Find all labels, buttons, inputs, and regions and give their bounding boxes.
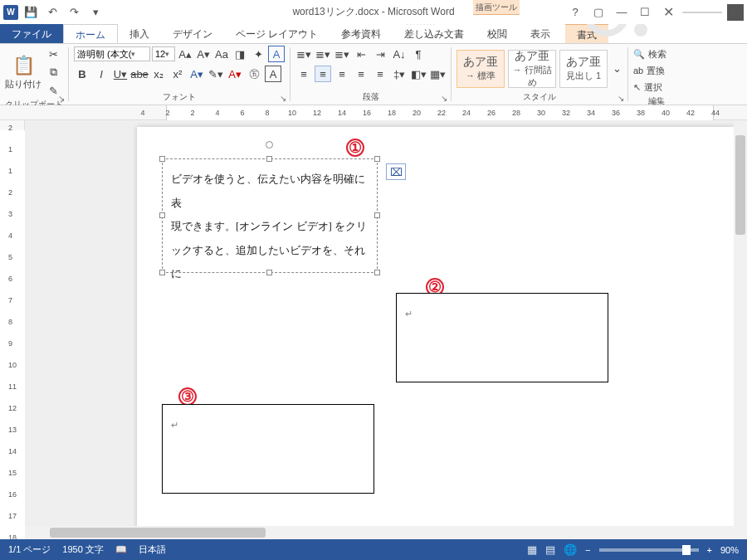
- scrollbar-horizontal[interactable]: [25, 526, 734, 539]
- page[interactable]: ① ⌧ ビデオを使うと、伝えたい内容を明確に表 現できます。[オンライン ビデオ…: [137, 127, 735, 539]
- handle-rotate[interactable]: [266, 141, 273, 149]
- show-marks-button[interactable]: ¶: [410, 46, 427, 62]
- enclose-char-button[interactable]: A: [268, 46, 285, 62]
- styles-dialog-launcher[interactable]: ↘: [616, 93, 626, 103]
- increase-font-button[interactable]: A▴: [177, 46, 193, 62]
- distributed-button[interactable]: ≡: [372, 66, 388, 82]
- decrease-indent-button[interactable]: ⇤: [353, 46, 369, 62]
- redo-button[interactable]: ↷: [65, 3, 83, 22]
- ribbon-display-options[interactable]: ▢: [589, 3, 608, 22]
- handle-n[interactable]: [266, 156, 272, 162]
- scroll-thumb-v[interactable]: [735, 135, 745, 235]
- clipboard-dialog-launcher[interactable]: ↘: [56, 93, 66, 103]
- scrollbar-vertical[interactable]: [734, 120, 747, 539]
- tab-references[interactable]: 参考資料: [330, 24, 393, 43]
- copy-button[interactable]: ⧉: [45, 64, 61, 80]
- borders-button[interactable]: ▦▾: [429, 66, 446, 82]
- align-right-button[interactable]: ≡: [334, 66, 350, 82]
- style-normal[interactable]: あア亜 → 標準: [456, 50, 505, 88]
- char-shading-button[interactable]: ㊄: [246, 66, 262, 82]
- scroll-thumb-h[interactable]: [50, 528, 266, 538]
- status-proofing-icon[interactable]: 📖: [115, 544, 127, 555]
- tab-review[interactable]: 校閲: [476, 24, 519, 43]
- textbox-2[interactable]: ↵: [396, 293, 608, 382]
- zoom-slider[interactable]: [599, 548, 699, 552]
- zoom-level[interactable]: 90%: [720, 545, 739, 555]
- undo-button[interactable]: ↶: [43, 3, 61, 22]
- status-language[interactable]: 日本語: [139, 543, 166, 556]
- handle-ne[interactable]: [374, 156, 380, 162]
- zoom-slider-knob[interactable]: [682, 545, 691, 555]
- layout-options-button[interactable]: ⌧: [386, 163, 406, 180]
- decrease-font-button[interactable]: A▾: [195, 46, 212, 62]
- textbox-1[interactable]: ビデオを使うと、伝えたい内容を明確に表 現できます。[オンライン ビデオ] をク…: [162, 158, 378, 273]
- strike-button[interactable]: abe: [131, 66, 148, 82]
- maximize-button[interactable]: ☐: [636, 3, 654, 22]
- italic-button[interactable]: I: [93, 66, 110, 82]
- handle-s[interactable]: [266, 270, 272, 275]
- increase-indent-button[interactable]: ⇥: [372, 46, 388, 62]
- tab-home[interactable]: ホーム: [63, 24, 118, 43]
- paste-button[interactable]: 📋 貼り付け: [5, 55, 42, 90]
- replace-button[interactable]: ab置換: [633, 62, 680, 79]
- superscript-button[interactable]: x²: [169, 66, 186, 82]
- text-effects-button[interactable]: A▾: [188, 66, 205, 82]
- status-page[interactable]: 1/1 ページ: [8, 543, 51, 556]
- phonetic-guide-button[interactable]: ✦: [250, 46, 266, 62]
- cut-button[interactable]: ✂: [45, 46, 61, 62]
- font-dialog-launcher[interactable]: ↘: [278, 93, 288, 103]
- change-case-button[interactable]: Aa: [213, 46, 230, 62]
- numbering-button[interactable]: ≣▾: [315, 46, 331, 62]
- bullets-button[interactable]: ≣▾: [295, 46, 312, 62]
- user-avatar[interactable]: [727, 4, 744, 21]
- tab-insert[interactable]: 挿入: [118, 24, 161, 43]
- ruler-horizontal[interactable]: 4224681012141618202224262830323436384042…: [0, 105, 747, 120]
- zoom-in-button[interactable]: +: [707, 545, 712, 555]
- minimize-button[interactable]: —: [613, 3, 631, 22]
- underline-button[interactable]: U▾: [112, 66, 129, 82]
- subscript-button[interactable]: x₂: [150, 66, 167, 82]
- tab-design[interactable]: デザイン: [161, 24, 224, 43]
- tab-file[interactable]: ファイル: [0, 24, 63, 43]
- font-name-combo[interactable]: 游明朝 (本文(: [74, 46, 150, 61]
- font-size-combo[interactable]: 12: [152, 46, 175, 61]
- ruler-vertical[interactable]: 2112345678910111213141516171819: [0, 120, 25, 539]
- save-button[interactable]: 💾: [22, 3, 40, 22]
- handle-sw[interactable]: [159, 270, 165, 275]
- handle-w[interactable]: [159, 212, 165, 218]
- view-read-button[interactable]: ▦: [527, 543, 537, 556]
- sort-button[interactable]: A↓: [391, 46, 408, 62]
- highlight-button[interactable]: ✎▾: [208, 66, 224, 82]
- line-spacing-button[interactable]: ‡▾: [391, 66, 408, 82]
- zoom-out-button[interactable]: −: [585, 545, 590, 555]
- help-button[interactable]: ?: [566, 3, 584, 22]
- close-button[interactable]: ✕: [659, 3, 677, 22]
- bold-button[interactable]: B: [74, 66, 90, 82]
- tab-mailings[interactable]: 差し込み文書: [393, 24, 476, 43]
- tab-layout[interactable]: ページ レイアウト: [224, 24, 330, 43]
- handle-e[interactable]: [374, 212, 380, 218]
- align-center-button[interactable]: ≡: [315, 66, 331, 82]
- char-border-button[interactable]: A: [265, 66, 281, 82]
- view-print-button[interactable]: ▤: [545, 543, 555, 556]
- paragraph-dialog-launcher[interactable]: ↘: [439, 93, 449, 103]
- status-wordcount[interactable]: 1950 文字: [62, 543, 104, 556]
- justify-button[interactable]: ≡: [353, 66, 369, 82]
- multilevel-button[interactable]: ≣▾: [334, 46, 350, 62]
- tab-view[interactable]: 表示: [519, 24, 562, 43]
- select-button[interactable]: ↖選択: [633, 79, 680, 95]
- find-button[interactable]: 🔍検索: [633, 46, 680, 62]
- shading-button[interactable]: ◧▾: [410, 66, 427, 82]
- handle-nw[interactable]: [159, 156, 165, 162]
- view-web-button[interactable]: 🌐: [564, 543, 577, 556]
- qat-customize[interactable]: ▾: [86, 3, 105, 22]
- style-heading1[interactable]: あア亜 見出し 1: [559, 50, 608, 88]
- clear-format-button[interactable]: ◨: [232, 46, 248, 62]
- tab-format[interactable]: 書式: [565, 24, 608, 43]
- handle-se[interactable]: [374, 270, 380, 275]
- textbox-3[interactable]: ↵: [162, 404, 374, 494]
- font-color-button[interactable]: A▾: [227, 66, 243, 82]
- styles-more-button[interactable]: ⌄: [611, 61, 622, 77]
- style-nospacing[interactable]: あア亜 → 行間詰め: [508, 50, 556, 88]
- align-left-button[interactable]: ≡: [295, 66, 312, 82]
